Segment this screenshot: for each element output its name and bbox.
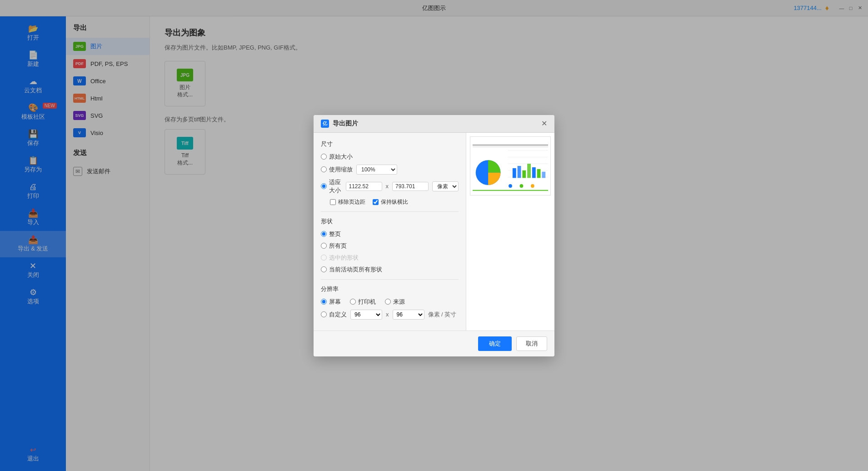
- printer-label: 打印机: [358, 298, 376, 306]
- preview-svg: [470, 137, 550, 195]
- preview-inner: [470, 137, 550, 195]
- width-input[interactable]: [346, 182, 382, 191]
- current-page-radio[interactable]: [321, 266, 327, 272]
- dpi-separator: x: [386, 311, 389, 318]
- screen-radio[interactable]: [321, 299, 327, 305]
- adaptive-size-radio[interactable]: [321, 183, 327, 189]
- selected-shape-row: 选中的形状: [321, 254, 459, 262]
- export-image-modal: 亿 导出图片 ✕ 尺寸 原始大小 使用缩: [314, 115, 554, 356]
- custom-radio[interactable]: [321, 311, 327, 317]
- all-pages-label: 所有页: [329, 242, 347, 250]
- svg-point-15: [509, 184, 512, 188]
- svg-rect-13: [537, 169, 541, 178]
- resolution-options-row: 屏幕 打印机 来源: [321, 298, 459, 306]
- modal-header: 亿 导出图片 ✕: [314, 115, 554, 133]
- whole-page-row: 整页: [321, 230, 459, 238]
- source-radio-label[interactable]: 来源: [385, 298, 405, 306]
- svg-rect-11: [527, 164, 531, 178]
- current-page-label: 当前活动页所有形状: [329, 266, 382, 274]
- unit-select[interactable]: 像素 厘米: [432, 181, 459, 191]
- svg-rect-12: [532, 167, 536, 177]
- printer-radio-label[interactable]: 打印机: [350, 298, 376, 306]
- all-pages-radio-label[interactable]: 所有页: [321, 242, 347, 250]
- scale-label: 使用缩放: [329, 165, 353, 174]
- selected-shape-label: 选中的形状: [329, 254, 359, 262]
- adaptive-label: 适应大小: [329, 178, 342, 195]
- modal-close-button[interactable]: ✕: [541, 120, 547, 127]
- svg-rect-9: [518, 166, 521, 178]
- scale-select[interactable]: 100% 50% 200%: [356, 165, 397, 175]
- margin-ratio-row: 移除页边距 保持纵横比: [321, 198, 459, 206]
- custom-dpi-row: 自定义 96 72 150 300 x 96 72 150 300: [321, 310, 459, 320]
- size-section-title: 尺寸: [321, 140, 459, 148]
- preview-image: [470, 136, 551, 195]
- original-size-label: 原始大小: [329, 153, 353, 161]
- modal-overlay: 亿 导出图片 ✕ 尺寸 原始大小 使用缩: [0, 0, 868, 471]
- confirm-button[interactable]: 确定: [478, 336, 512, 351]
- whole-page-radio-label[interactable]: 整页: [321, 230, 341, 238]
- modal-title: 亿 导出图片: [321, 120, 358, 128]
- keep-ratio-text: 保持纵横比: [381, 198, 408, 206]
- dpi-unit: 像素 / 英寸: [428, 311, 457, 319]
- printer-radio[interactable]: [350, 299, 356, 305]
- resolution-section-title: 分辨率: [321, 285, 459, 293]
- all-pages-row: 所有页: [321, 242, 459, 250]
- scale-radio[interactable]: [321, 166, 327, 172]
- divider2: [321, 279, 459, 280]
- size-separator: x: [386, 183, 389, 190]
- custom-dpi-w-select[interactable]: 96 72 150 300: [350, 310, 382, 320]
- original-size-row: 原始大小: [321, 153, 459, 161]
- svg-rect-8: [513, 168, 516, 178]
- svg-point-16: [520, 184, 524, 188]
- cancel-button[interactable]: 取消: [516, 336, 547, 351]
- modal-body: 尺寸 原始大小 使用缩放 100% 50% 2: [314, 133, 554, 331]
- screen-label: 屏幕: [329, 298, 341, 306]
- original-size-radio-label[interactable]: 原始大小: [321, 153, 353, 161]
- custom-dpi-h-select[interactable]: 96 72 150 300: [393, 310, 424, 320]
- modal-left-panel: 尺寸 原始大小 使用缩放 100% 50% 2: [314, 133, 466, 331]
- modal-footer: 确定 取消: [314, 331, 554, 356]
- scale-radio-label[interactable]: 使用缩放: [321, 165, 353, 174]
- original-size-radio[interactable]: [321, 154, 327, 160]
- selected-shape-radio: [321, 255, 327, 261]
- adaptive-radio-label[interactable]: 适应大小: [321, 178, 342, 195]
- current-page-radio-label[interactable]: 当前活动页所有形状: [321, 266, 382, 274]
- divider1: [321, 211, 459, 212]
- remove-margin-checkbox[interactable]: [330, 199, 336, 205]
- remove-margin-label[interactable]: 移除页边距: [330, 198, 365, 206]
- svg-rect-10: [522, 170, 526, 178]
- remove-margin-text: 移除页边距: [338, 198, 365, 206]
- shape-section-title: 形状: [321, 217, 459, 225]
- adaptive-size-row: 适应大小 x 像素 厘米: [321, 178, 459, 195]
- height-input[interactable]: [392, 182, 429, 191]
- all-pages-radio[interactable]: [321, 243, 327, 249]
- selected-shape-radio-label[interactable]: 选中的形状: [321, 254, 359, 262]
- custom-label: 自定义: [329, 311, 347, 319]
- svg-rect-14: [542, 171, 545, 178]
- whole-page-label: 整页: [329, 230, 341, 238]
- keep-ratio-label[interactable]: 保持纵横比: [373, 198, 408, 206]
- modal-title-icon: 亿: [321, 120, 329, 128]
- svg-point-17: [531, 184, 534, 188]
- current-page-row: 当前活动页所有形状: [321, 266, 459, 274]
- keep-ratio-checkbox[interactable]: [373, 199, 379, 205]
- scale-row: 使用缩放 100% 50% 200%: [321, 165, 459, 175]
- screen-radio-label[interactable]: 屏幕: [321, 298, 341, 306]
- modal-preview-panel: [466, 133, 554, 331]
- custom-radio-label[interactable]: 自定义: [321, 311, 347, 319]
- modal-title-text: 导出图片: [333, 120, 358, 128]
- source-label: 来源: [393, 298, 405, 306]
- whole-page-radio[interactable]: [321, 231, 327, 237]
- source-radio[interactable]: [385, 299, 391, 305]
